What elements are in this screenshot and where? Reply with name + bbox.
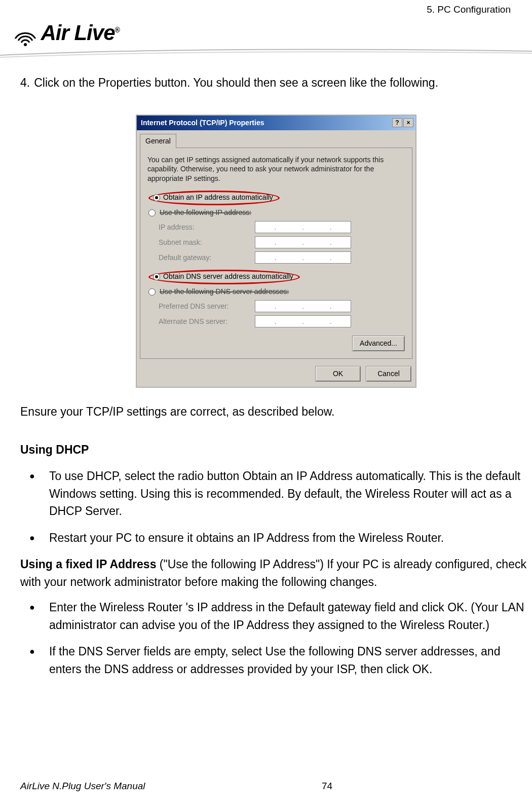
radio-obtain-ip[interactable] xyxy=(153,194,160,201)
divider-swoosh xyxy=(0,48,532,58)
bullet-icon: ● xyxy=(29,529,35,547)
svg-point-0 xyxy=(24,43,27,46)
dialog-buttons: OK Cancel xyxy=(137,362,415,387)
brand-logo: Air Live® xyxy=(10,20,120,46)
radio-obtain-dns-row: Obtain DNS server address automatically xyxy=(148,270,405,284)
fixed-ip-heading: Using a fixed IP Address xyxy=(20,558,156,571)
dns-fields: Preferred DNS server:... Alternate DNS s… xyxy=(159,300,405,327)
ok-button[interactable]: OK xyxy=(315,366,361,382)
tab-row: General xyxy=(137,130,415,148)
radio-obtain-dns-label: Obtain DNS server address automatically xyxy=(163,271,293,282)
bullet-text: To use DHCP, select the radio button Obt… xyxy=(49,467,532,520)
step-4: 4. Click on the Properties button. You s… xyxy=(20,74,532,92)
dialog-titlebar: Internet Protocol (TCP/IP) Properties ? … xyxy=(137,116,415,130)
chapter-header: 5. PC Configuration xyxy=(427,4,511,15)
page-footer: AirLive N.Plug User's Manual 74 . xyxy=(20,781,512,792)
bullet-icon: ● xyxy=(29,643,35,678)
highlight-ellipse-dns: Obtain DNS server address automatically xyxy=(148,270,300,284)
fixed-ip-bullets: ● Enter the Wireless Router 's IP addres… xyxy=(29,599,532,678)
registered-icon: ® xyxy=(115,26,120,34)
page-content: 4. Click on the Properties button. You s… xyxy=(20,74,532,687)
brand-name: Air Live® xyxy=(41,21,119,45)
radio-obtain-ip-row: Obtain an IP address automatically xyxy=(148,191,405,205)
ip-fields: IP address:... Subnet mask:... Default g… xyxy=(159,221,405,264)
bullet-icon: ● xyxy=(29,599,35,634)
bullet-text: If the DNS Server fields are empty, sele… xyxy=(49,643,532,678)
list-item: ● To use DHCP, select the radio button O… xyxy=(29,467,532,520)
manual-title: AirLive N.Plug User's Manual xyxy=(20,781,145,792)
page-number: 74 xyxy=(322,781,332,792)
cancel-button[interactable]: Cancel xyxy=(366,366,411,382)
screenshot-dialog: Internet Protocol (TCP/IP) Properties ? … xyxy=(136,115,416,388)
bullet-text: Restart your PC to ensure it obtains an … xyxy=(49,529,532,547)
preferred-dns-input[interactable]: ... xyxy=(255,300,351,312)
preferred-dns-label: Preferred DNS server: xyxy=(159,301,255,312)
ensure-paragraph: Ensure your TCP/IP settings are correct,… xyxy=(20,403,532,421)
dialog-description: You can get IP settings assigned automat… xyxy=(147,155,405,184)
radio-use-dns[interactable] xyxy=(148,288,156,296)
radio-obtain-ip-label: Obtain an IP address automatically xyxy=(163,192,273,203)
highlight-ellipse-ip: Obtain an IP address automatically xyxy=(148,191,280,205)
radio-use-ip-row: Use the following IP address: xyxy=(148,207,405,218)
tab-panel-general: You can get IP settings assigned automat… xyxy=(140,148,412,359)
tcpip-properties-dialog: Internet Protocol (TCP/IP) Properties ? … xyxy=(136,115,416,388)
subnet-mask-label: Subnet mask: xyxy=(159,237,255,248)
radio-use-ip[interactable] xyxy=(148,209,156,216)
ip-address-label: IP address: xyxy=(159,222,255,233)
radio-use-ip-label: Use the following IP address: xyxy=(160,207,251,218)
default-gateway-input[interactable]: ... xyxy=(255,251,351,264)
alternate-dns-label: Alternate DNS server: xyxy=(159,316,255,327)
bullet-text: Enter the Wireless Router 's IP address … xyxy=(49,599,532,634)
list-item: ● Restart your PC to ensure it obtains a… xyxy=(29,529,532,547)
dhcp-bullets: ● To use DHCP, select the radio button O… xyxy=(29,467,532,546)
ip-address-input[interactable]: ... xyxy=(255,221,351,233)
dialog-title: Internet Protocol (TCP/IP) Properties xyxy=(139,118,264,128)
radio-obtain-dns[interactable] xyxy=(153,273,160,280)
subnet-mask-input[interactable]: ... xyxy=(255,236,351,248)
bullet-icon: ● xyxy=(29,467,35,520)
advanced-button[interactable]: Advanced... xyxy=(352,336,405,351)
section-using-fixed-ip: Using a fixed IP Address ("Use the follo… xyxy=(20,556,532,591)
step-text: Click on the Properties button. You shou… xyxy=(34,74,438,92)
section-using-dhcp: Using DHCP xyxy=(20,441,532,459)
default-gateway-label: Default gateway: xyxy=(159,252,255,263)
help-button[interactable]: ? xyxy=(392,118,402,127)
alternate-dns-input[interactable]: ... xyxy=(255,315,351,327)
radio-use-dns-label: Use the following DNS server addresses: xyxy=(160,286,289,297)
step-number: 4. xyxy=(20,74,30,92)
list-item: ● Enter the Wireless Router 's IP addres… xyxy=(29,599,532,634)
radio-use-dns-row: Use the following DNS server addresses: xyxy=(148,286,405,297)
close-button[interactable]: × xyxy=(403,118,413,127)
tab-general[interactable]: General xyxy=(140,134,176,148)
wifi-icon xyxy=(10,20,35,46)
list-item: ● If the DNS Server fields are empty, se… xyxy=(29,643,532,678)
